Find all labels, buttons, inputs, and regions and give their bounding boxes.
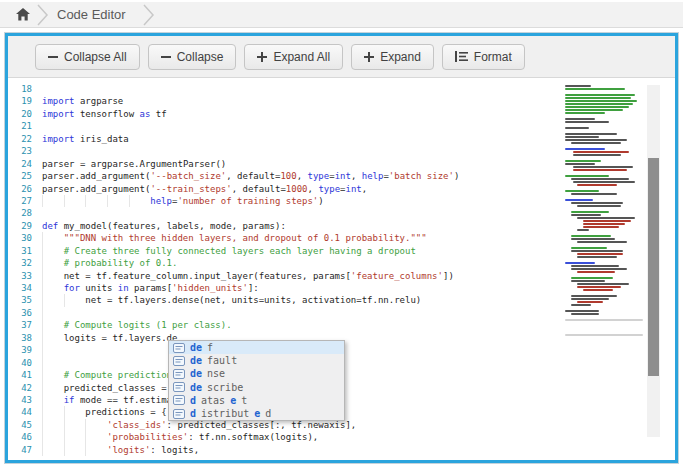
line-number: 22 <box>8 133 42 145</box>
code-token: , default= <box>226 171 280 181</box>
format-button[interactable]: Format <box>442 44 525 70</box>
line-content: # Create three fully connected layers ea… <box>42 245 416 257</box>
line-number: 40 <box>8 357 42 369</box>
indent-guide <box>42 332 64 344</box>
collapse-button[interactable]: Collapse <box>148 44 237 70</box>
minimap-row <box>571 142 621 144</box>
autocomplete-item[interactable]: default <box>169 354 344 367</box>
expand-button[interactable]: Expand <box>351 44 434 70</box>
code-line[interactable]: 47'logits': logits, <box>8 444 675 456</box>
minimap-row <box>565 94 635 96</box>
code-token: ) <box>318 196 323 206</box>
minimap-row <box>565 112 605 114</box>
line-number: 24 <box>8 158 42 170</box>
code-token: if <box>64 395 75 405</box>
code-token: 'number of training steps' <box>177 196 318 206</box>
minimap-row <box>565 160 601 162</box>
autocomplete-item[interactable]: describe <box>169 381 344 394</box>
line-number: 30 <box>8 232 42 244</box>
minimap[interactable] <box>565 85 645 337</box>
autocomplete-item[interactable]: dense <box>169 367 344 380</box>
line-number: 21 <box>8 120 42 132</box>
autocomplete-item[interactable]: def <box>169 341 344 354</box>
code-editor-surface[interactable]: 1819import argparse20import tensorflow a… <box>8 78 675 460</box>
minimap-row <box>577 256 617 258</box>
button-label: Expand <box>380 50 421 64</box>
code-token: 'class_ids' <box>107 420 167 430</box>
code-token: predictions = { <box>85 407 166 417</box>
line-number: 45 <box>8 419 42 431</box>
editor-scrollbar[interactable] <box>647 85 660 437</box>
minimap-row <box>565 121 609 123</box>
minimap-row <box>565 310 599 312</box>
minimap-row <box>571 280 605 282</box>
autocomplete-text: de <box>190 368 202 379</box>
home-icon <box>16 8 30 21</box>
indent-guide <box>42 406 64 418</box>
minimap-row <box>571 250 623 252</box>
code-token: params[ <box>129 283 172 293</box>
autocomplete-item[interactable]: dataset <box>169 394 344 407</box>
code-token: def <box>42 221 58 231</box>
minimap-row <box>577 286 621 288</box>
line-number: 28 <box>8 207 42 219</box>
autocomplete-text: e <box>254 408 260 419</box>
breadcrumb: Code Editor <box>0 2 683 28</box>
indent-guide <box>42 245 64 257</box>
line-number: 46 <box>8 431 42 443</box>
minimap-row <box>571 193 617 195</box>
minimap-row <box>583 220 631 222</box>
collapse-all-button[interactable]: Collapse All <box>35 44 140 70</box>
minimap-row <box>577 184 617 186</box>
minimap-row <box>583 289 613 291</box>
minimap-row <box>573 181 635 183</box>
minimap-row <box>571 277 613 279</box>
breadcrumb-home[interactable] <box>10 2 36 28</box>
button-label: Format <box>474 50 512 64</box>
code-token: my_model(features, labels, mode, params)… <box>58 221 286 231</box>
code-token: import <box>42 134 75 144</box>
minimap-row <box>571 178 629 180</box>
code-token: , <box>297 171 308 181</box>
line-content: net = tf.layers.dense(net, units=units, … <box>42 294 421 306</box>
scrollbar-thumb[interactable] <box>648 158 659 376</box>
line-number: 34 <box>8 282 42 294</box>
code-token: for <box>64 283 80 293</box>
indent-guide <box>42 282 64 294</box>
indent-guide <box>85 431 107 443</box>
minimap-row <box>565 148 605 150</box>
button-label: Expand All <box>273 50 330 64</box>
indent-guide <box>42 232 64 244</box>
code-token: net = tf.layers.dense(net, units=units, … <box>85 295 421 305</box>
indent-guide <box>64 195 86 207</box>
code-token: argparse <box>75 96 124 106</box>
minimap-row <box>573 166 633 168</box>
line-number: 33 <box>8 270 42 282</box>
autocomplete-text: atas <box>201 395 225 406</box>
code-line[interactable]: 46'probabilities': tf.nn.softmax(logits)… <box>8 431 675 443</box>
line-number: 36 <box>8 307 42 319</box>
line-content: net = tf.feature_column.input_layer(feat… <box>42 270 454 282</box>
snippet-icon <box>173 381 185 393</box>
line-content: predictions = { <box>42 406 167 418</box>
indent-guide <box>42 257 64 269</box>
minus-icon <box>48 52 58 62</box>
format-icon <box>455 51 468 62</box>
line-content: # probability of 0.1. <box>42 257 177 269</box>
minimap-row <box>565 127 589 129</box>
indent-guide <box>42 195 64 207</box>
minimap-row <box>577 271 615 273</box>
autocomplete-item[interactable]: distributed <box>169 407 344 420</box>
indent-guide <box>42 319 64 331</box>
code-token: # Compute logits (1 per class). <box>64 320 232 330</box>
autocomplete-text: scribe <box>207 382 243 393</box>
expand-all-button[interactable]: Expand All <box>244 44 343 70</box>
minimap-row <box>573 151 629 153</box>
code-token: import <box>42 96 75 106</box>
breadcrumb-separator-icon <box>142 2 155 28</box>
breadcrumb-current[interactable]: Code Editor <box>49 7 142 22</box>
line-number: 26 <box>8 183 42 195</box>
minimap-row <box>571 238 615 240</box>
code-token: tensorflow <box>75 109 140 119</box>
minimap-row <box>577 301 603 303</box>
